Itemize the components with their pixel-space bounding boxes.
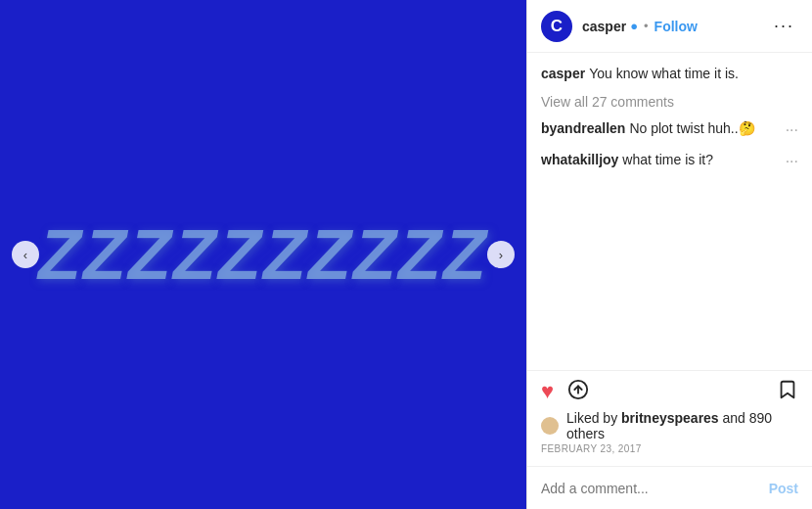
header-username: casper [582,19,626,34]
view-comments-button[interactable]: View all 27 comments [541,94,798,110]
follow-button[interactable]: Follow [654,19,698,34]
comment-more-icon-2[interactable]: ··· [786,151,798,172]
right-panel: C casper ● • Follow ··· casperYou know w… [526,0,812,509]
dot-separator: • [644,19,649,33]
like-button[interactable]: ♥ [541,381,554,402]
comment-input-row: Post [527,466,812,509]
likes-highlighted: britneyspeares [621,410,719,426]
verified-icon: ● [630,19,638,33]
comments-area: casperYou know what time it is. View all… [527,53,812,370]
caption-text: You know what time it is. [589,66,739,81]
comment-item: byandreallenNo plot twist huh..🤔 ··· [541,119,798,141]
post-comment-button[interactable]: Post [769,481,798,496]
comment-text: byandreallenNo plot twist huh..🤔 [541,119,755,139]
comment-body-2: what time is it? [622,152,713,167]
bookmark-button[interactable] [777,379,798,404]
avatar: C [541,11,572,42]
post-header: C casper ● • Follow ··· [527,0,812,53]
likes-prefix: Liked by [566,410,621,426]
comment-text: whatakilljoywhat time is it? [541,151,713,170]
comment-input[interactable] [541,481,769,496]
comment-body-1: No plot twist huh..🤔 [629,120,754,136]
likes-avatar [541,417,559,435]
likes-text: Liked by britneyspeares and 890 others [566,410,798,441]
next-arrow[interactable]: › [487,241,515,268]
comment-more-icon-1[interactable]: ··· [786,119,798,141]
post-caption: casperYou know what time it is. [541,65,798,84]
actions-bar: ♥ Liked by britneyspeares and 890 others… [527,370,812,466]
caption-username: casper [541,66,585,81]
comment-username-1: byandreallen [541,120,625,136]
action-icons: ♥ [541,379,798,404]
zzz-graphic: ZZZZZZZZZZ [38,214,488,295]
comment-item: whatakilljoywhat time is it? ··· [541,151,798,172]
more-options-button[interactable]: ··· [770,16,798,36]
share-button[interactable] [567,379,589,404]
prev-arrow[interactable]: ‹ [12,241,39,268]
comment-username-2: whatakilljoy [541,152,618,167]
post-timestamp: FEBRUARY 23, 2017 [541,443,798,454]
likes-row: Liked by britneyspeares and 890 others [541,410,798,441]
header-info: casper ● • Follow [582,19,770,34]
post-image: ‹ ZZZZZZZZZZ › [0,0,526,509]
